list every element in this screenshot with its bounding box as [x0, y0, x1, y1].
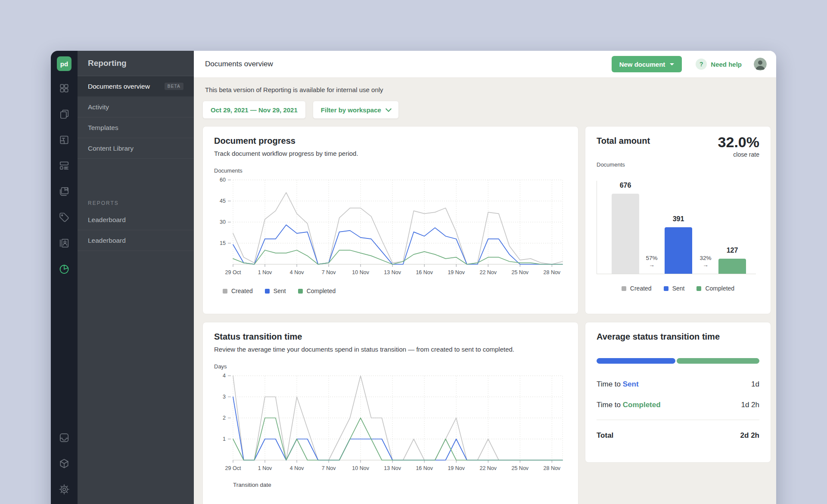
time-to-completed-label: Time to Completed [597, 401, 661, 409]
total-value: 2d 2h [740, 431, 759, 440]
legend-item-sent: Sent [664, 285, 685, 292]
legend-item-completed: Completed [298, 288, 336, 294]
sidebar-item-label: Content Library [88, 145, 134, 152]
close-rate-label: close rate [718, 151, 759, 158]
top-bar: Documents overview New document ? Need h… [194, 51, 776, 78]
reporting-pie-icon[interactable] [59, 263, 70, 275]
close-rate-value: 32.0% [718, 134, 759, 150]
sidebar-item-label: Documents overview [88, 83, 150, 90]
date-range-label: Oct 29, 2021 — Nov 29, 2021 [211, 106, 298, 114]
templates-icon[interactable] [59, 134, 70, 145]
inbox-icon[interactable] [59, 432, 70, 443]
svg-text:29 Oct: 29 Oct [225, 269, 241, 275]
svg-text:7 Nov: 7 Nov [322, 269, 336, 275]
legend-label: Created [231, 288, 253, 294]
card-title: Total amount [597, 136, 650, 146]
legend-label: Sent [274, 288, 286, 294]
x-axis-label: Transition date [233, 482, 567, 488]
card-title: Document progress [214, 136, 567, 146]
total-amount-card: Total amount 32.0% close rate Documents … [585, 126, 771, 314]
svg-text:13 Nov: 13 Nov [384, 269, 401, 275]
sidebar-item-label: Leaderboard [88, 237, 126, 244]
svg-text:19 Nov: 19 Nov [448, 465, 465, 471]
svg-text:7 Nov: 7 Nov [322, 465, 336, 471]
total-label: Total [597, 431, 613, 440]
svg-text:4 Nov: 4 Nov [290, 269, 304, 275]
contacts-icon[interactable] [59, 238, 70, 249]
sidebar-item-label: Leaderboard [88, 216, 126, 224]
bar-value-sent: 391 [656, 215, 701, 223]
completed-progress-segment [677, 358, 759, 364]
legend-item-created: Created [223, 288, 253, 294]
tag-icon[interactable] [59, 212, 70, 223]
svg-text:3: 3 [223, 394, 226, 400]
beta-badge: BETA [165, 83, 183, 90]
card-subtitle: Review the average time your documents s… [214, 346, 567, 353]
total-amount-bar-chart: 67639112757%→32%→ [597, 178, 759, 281]
app-window: pd [51, 51, 776, 504]
svg-text:25 Nov: 25 Nov [511, 465, 529, 471]
page-title: Documents overview [205, 60, 612, 68]
bar-chart-y-axis [597, 181, 597, 274]
svg-text:30: 30 [220, 219, 226, 225]
legend-item-created: Created [622, 285, 652, 292]
sidebar-item-content-library[interactable]: Content Library [78, 138, 194, 159]
legend-label: Sent [672, 285, 685, 292]
content-library-icon[interactable] [59, 186, 70, 197]
legend-label: Created [630, 285, 652, 292]
svg-text:4: 4 [223, 373, 226, 379]
documents-icon[interactable] [59, 108, 70, 120]
svg-text:10 Nov: 10 Nov [352, 269, 369, 275]
conversion-annotation-1: 57%→ [638, 255, 665, 269]
user-avatar[interactable] [754, 58, 767, 71]
close-rate-block: 32.0% close rate [718, 134, 759, 158]
new-document-label: New document [619, 61, 665, 68]
total-row: Total 2d 2h [597, 424, 759, 447]
legend-swatch-sent [265, 289, 270, 294]
svg-text:22 Nov: 22 Nov [479, 465, 497, 471]
workspace-filter[interactable]: Filter by workspace [313, 101, 399, 119]
time-to-completed-row: Time to Completed 1d 2h [597, 395, 759, 415]
svg-text:1 Nov: 1 Nov [258, 269, 272, 275]
svg-text:1: 1 [223, 436, 226, 442]
completed-status-text: Completed [623, 401, 661, 409]
legend-swatch-completed [298, 289, 303, 294]
sidebar-item-leaderboard-1[interactable]: Leaderboard [78, 210, 194, 230]
reports-section-label: REPORTS [78, 200, 194, 206]
date-range-filter[interactable]: Oct 29, 2021 — Nov 29, 2021 [202, 101, 306, 119]
svg-text:1 Nov: 1 Nov [258, 465, 272, 471]
series-sent-line [233, 397, 563, 460]
settings-gear-icon[interactable] [59, 484, 70, 495]
rail-icon-group-bottom [59, 432, 70, 495]
sidebar-item-documents-overview[interactable]: Documents overview BETA [78, 76, 194, 97]
arrow-right-icon: → [638, 262, 665, 269]
legend-swatch-created [223, 289, 227, 294]
need-help-link[interactable]: ? Need help [696, 59, 742, 70]
sidebar-item-label: Templates [88, 124, 118, 132]
y-axis-label: Documents [597, 161, 759, 168]
chart-legend: Created Sent Completed [597, 285, 759, 292]
beta-notice: This beta version of Reporting is availa… [202, 85, 771, 93]
chevron-down-icon [386, 106, 392, 112]
main-area: Documents overview New document ? Need h… [194, 51, 776, 504]
sidebar-item-label: Activity [88, 103, 109, 111]
svg-text:16 Nov: 16 Nov [416, 465, 433, 471]
svg-text:19 Nov: 19 Nov [448, 269, 465, 275]
sidebar-item-leaderboard-2[interactable]: Leaderboard [78, 230, 194, 251]
bar-created [612, 194, 639, 274]
new-document-button[interactable]: New document [612, 56, 682, 72]
svg-text:28 Nov: 28 Nov [544, 465, 561, 471]
time-to-sent-row: Time to Sent 1d [597, 374, 759, 395]
need-help-label: Need help [711, 61, 742, 68]
dashboard-grid-icon[interactable] [59, 83, 70, 94]
legend-swatch-sent [664, 286, 668, 291]
forms-icon[interactable] [59, 160, 70, 171]
filter-row: Oct 29, 2021 — Nov 29, 2021 Filter by wo… [202, 101, 771, 119]
sidebar-item-templates[interactable]: Templates [78, 117, 194, 138]
series-sent-line [233, 225, 563, 265]
rail-icon-group-top [59, 83, 70, 275]
pandadoc-logo[interactable]: pd [57, 56, 72, 71]
sidebar-item-activity[interactable]: Activity [78, 97, 194, 117]
arrow-right-icon: → [692, 262, 719, 269]
integrations-cube-icon[interactable] [59, 458, 70, 469]
